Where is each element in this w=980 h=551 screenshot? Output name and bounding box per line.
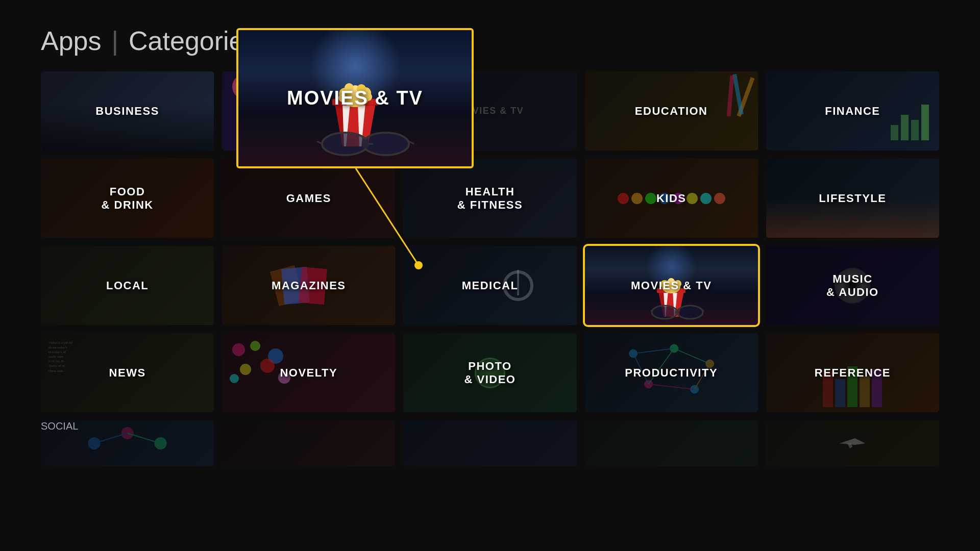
category-food[interactable]: FOOD& DRINK (41, 159, 214, 238)
magazines-label: MAGAZINES (222, 246, 395, 325)
category-games[interactable]: GAMES (222, 159, 395, 238)
bottom-item-2[interactable] (222, 420, 395, 466)
category-health[interactable]: HEALTH& FITNESS (403, 159, 576, 238)
games-label: GAMES (222, 159, 395, 238)
categories-grid: BUSINESS COMMUNITY MOVIES & TV EDUCATION (0, 71, 980, 412)
bottom-item-5[interactable] (766, 420, 939, 466)
category-social[interactable]: SOCIAL (41, 420, 214, 466)
business-label: BUSINESS (41, 71, 214, 151)
photo-label: PHOTO& VIDEO (403, 333, 576, 412)
category-novelty[interactable]: NOVELTY (222, 333, 395, 412)
category-movies-tv[interactable]: MOVIES & TV (585, 246, 758, 325)
category-medical[interactable]: MEDICAL (403, 246, 576, 325)
local-label: LOCAL (41, 246, 214, 325)
preview-label: MOVIES & TV (238, 30, 472, 166)
novelty-label: NOVELTY (222, 333, 395, 412)
category-photo[interactable]: PHOTO& VIDEO (403, 333, 576, 412)
productivity-label: PRODUCTIVITY (585, 333, 758, 412)
category-magazines[interactable]: MAGAZINES (222, 246, 395, 325)
education-label: EDUCATION (585, 71, 758, 151)
category-lifestyle[interactable]: LIFESTYLE (766, 159, 939, 238)
bottom-item-3[interactable] (403, 420, 576, 466)
kids-label: KIDS (585, 159, 758, 238)
category-finance[interactable]: FINANCE (766, 71, 939, 151)
category-productivity[interactable]: PRODUCTIVITY (585, 333, 758, 412)
bottom-row: SOCIAL (0, 412, 980, 466)
category-reference[interactable]: REFERENCE (766, 333, 939, 412)
lifestyle-label: LIFESTYLE (766, 159, 939, 238)
news-label: NEWS (41, 333, 214, 412)
reference-label: REFERENCE (766, 333, 939, 412)
category-local[interactable]: LOCAL (41, 246, 214, 325)
category-news[interactable]: SMALL CHEATabout today'snt today's nfstu… (41, 333, 214, 412)
health-label: HEALTH& FITNESS (403, 159, 576, 238)
category-business[interactable]: BUSINESS (41, 71, 214, 151)
music-label: MUSIC& AUDIO (766, 246, 939, 325)
medical-label: MEDICAL (403, 246, 576, 325)
finance-label: FINANCE (766, 71, 939, 151)
food-label: FOOD& DRINK (41, 159, 214, 238)
preview-popup: MOVIES & TV (236, 28, 474, 168)
category-education[interactable]: EDUCATION (585, 71, 758, 151)
category-kids[interactable]: KIDS (585, 159, 758, 238)
category-music[interactable]: MUSIC& AUDIO (766, 246, 939, 325)
bottom-item-4[interactable] (585, 420, 758, 466)
apps-link[interactable]: Apps (41, 26, 102, 56)
breadcrumb-divider: | (112, 26, 119, 56)
movies-tv-label: MOVIES & TV (585, 246, 758, 325)
breadcrumb: Apps | Categories (0, 0, 980, 71)
